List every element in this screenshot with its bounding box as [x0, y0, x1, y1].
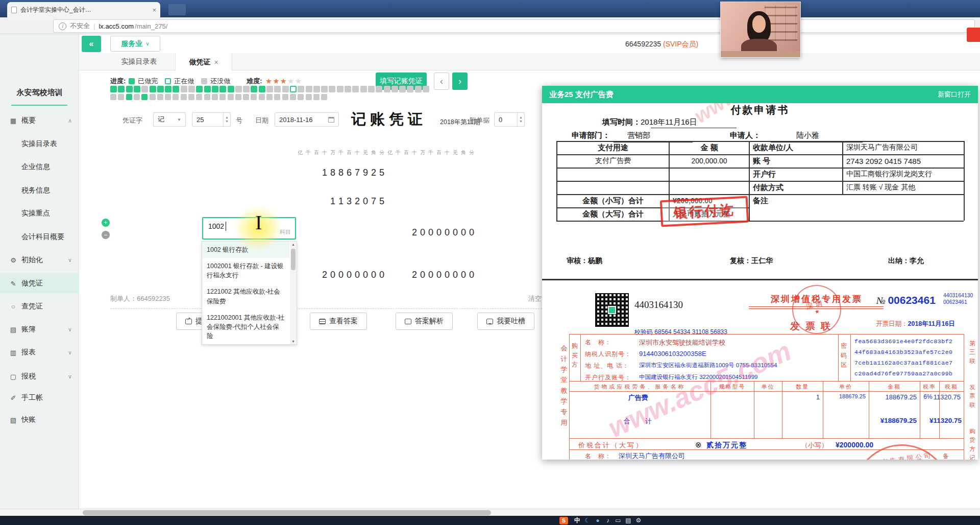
progress-square[interactable]: [173, 94, 179, 100]
voucher-date-input[interactable]: 2018-11-16: [275, 112, 339, 127]
open-new-window-link[interactable]: 新窗口打开: [938, 90, 971, 99]
sidebar-item-9[interactable]: ○查凭证: [0, 296, 79, 317]
sidebar-item-8[interactable]: ✎做凭证: [0, 273, 79, 294]
progress-square[interactable]: [337, 86, 344, 92]
progress-square[interactable]: [243, 86, 250, 92]
remove-row-button[interactable]: −: [102, 231, 110, 239]
dot-icon[interactable]: ●: [593, 516, 602, 524]
progress-square[interactable]: [165, 86, 172, 92]
progress-square[interactable]: [313, 94, 320, 100]
webcam-overlay[interactable]: [721, 2, 800, 57]
progress-square[interactable]: [321, 86, 328, 92]
progress-square[interactable]: [376, 86, 382, 92]
progress-square[interactable]: [274, 86, 281, 92]
scrollbar-thumb[interactable]: [83, 510, 491, 515]
progress-square[interactable]: [188, 86, 195, 92]
dropdown-item-4[interactable]: 1221002001 其他应收款-社会保险费-代扣个人社会保险: [202, 309, 289, 344]
browser-tab[interactable]: 会计学堂实操中心_会计… ×: [7, 2, 160, 17]
sidebar-item-4[interactable]: 税务信息: [0, 180, 79, 201]
progress-square[interactable]: [126, 86, 133, 92]
attach-count-input[interactable]: 0▲▼: [494, 112, 525, 127]
progress-square[interactable]: [204, 86, 211, 92]
tab-practice-catalog[interactable]: 实操目录表: [107, 53, 171, 70]
mic-icon[interactable]: ♪: [603, 516, 612, 524]
progress-square[interactable]: [407, 86, 413, 92]
keyboard-icon[interactable]: ▭: [614, 516, 623, 524]
progress-square[interactable]: [126, 94, 132, 100]
dropdown-scrollbar[interactable]: ▲ ▼: [290, 242, 297, 344]
progress-square[interactable]: [219, 94, 226, 100]
progress-square[interactable]: [228, 94, 234, 100]
ime-zh-icon[interactable]: 中: [573, 516, 582, 524]
progress-square[interactable]: [235, 86, 242, 92]
progress-square[interactable]: [228, 86, 234, 92]
progress-square[interactable]: [141, 86, 148, 92]
progress-square[interactable]: [313, 86, 320, 92]
scroll-thumb[interactable]: [291, 249, 296, 270]
progress-square[interactable]: [204, 94, 210, 100]
progress-square[interactable]: [235, 94, 241, 100]
progress-square[interactable]: [141, 94, 148, 100]
attach-spinner[interactable]: ▲▼: [517, 113, 524, 126]
logout-button[interactable]: [967, 28, 980, 42]
progress-square[interactable]: [150, 94, 156, 100]
progress-square[interactable]: [196, 86, 203, 92]
voucher-number-input[interactable]: 25▲▼: [192, 112, 231, 127]
next-voucher-button[interactable]: ›: [452, 73, 468, 90]
progress-square[interactable]: [196, 94, 202, 100]
address-bar[interactable]: i 不安全 | lx.acc5.com/main_275/: [53, 19, 975, 33]
sidebar-item-14[interactable]: ▧快账: [0, 410, 79, 430]
progress-square[interactable]: [157, 86, 164, 92]
progress-square[interactable]: [298, 86, 304, 92]
answer-button-4[interactable]: 我要吐槽: [477, 313, 534, 330]
progress-square[interactable]: [368, 86, 375, 92]
progress-square[interactable]: [188, 94, 194, 100]
sidebar-collapse-button[interactable]: «: [82, 36, 101, 52]
progress-square[interactable]: [384, 86, 390, 92]
add-row-button[interactable]: +: [102, 219, 110, 227]
progress-square[interactable]: [110, 86, 117, 92]
sidebar-item-5[interactable]: 实操重点: [0, 203, 79, 224]
progress-square[interactable]: [212, 86, 218, 92]
progress-square[interactable]: [298, 94, 304, 100]
sidebar-item-6[interactable]: 会计科目概要: [0, 227, 79, 247]
sidebar-item-13[interactable]: ✐手工帐: [0, 388, 79, 408]
sidebar-item-3[interactable]: 企业信息: [0, 157, 79, 177]
sogou-icon[interactable]: S: [559, 517, 568, 524]
number-spinner[interactable]: ▲▼: [223, 113, 230, 126]
moon-icon[interactable]: ☾: [583, 516, 592, 524]
progress-square[interactable]: [219, 86, 226, 92]
progress-square[interactable]: [212, 94, 218, 100]
sidebar-item-1[interactable]: ▦概要∧: [0, 110, 79, 131]
progress-square[interactable]: [345, 86, 351, 92]
progress-square[interactable]: [251, 86, 257, 92]
progress-square[interactable]: [282, 94, 288, 100]
progress-square[interactable]: [259, 86, 265, 92]
progress-square[interactable]: [266, 94, 273, 100]
answer-button-2[interactable]: 查看答案: [310, 313, 367, 330]
sidebar-item-11[interactable]: ▥报表∨: [0, 342, 79, 363]
progress-square[interactable]: [360, 86, 367, 92]
prev-voucher-button[interactable]: ‹: [434, 73, 449, 90]
progress-square[interactable]: [118, 86, 125, 92]
tools-icon[interactable]: ⚙: [634, 516, 643, 524]
progress-square[interactable]: [306, 94, 312, 100]
answer-button-3[interactable]: 答案解析: [396, 313, 453, 330]
tab-close-icon[interactable]: ×: [214, 58, 218, 66]
sidebar-item-7[interactable]: ⚙初始化∨: [0, 250, 79, 270]
progress-square[interactable]: [134, 86, 140, 92]
progress-square[interactable]: [274, 94, 280, 100]
progress-square[interactable]: [329, 86, 335, 92]
progress-square[interactable]: [110, 94, 116, 100]
progress-square[interactable]: [290, 94, 296, 100]
progress-square[interactable]: [290, 86, 297, 92]
progress-square[interactable]: [321, 94, 327, 100]
progress-square[interactable]: [259, 94, 265, 100]
clipboard-icon[interactable]: ▤: [624, 516, 633, 524]
progress-square[interactable]: [134, 94, 140, 100]
progress-square[interactable]: [173, 86, 179, 92]
progress-square[interactable]: [266, 86, 273, 92]
info-icon[interactable]: i: [59, 22, 66, 30]
dropdown-item-2[interactable]: 1002001 银行存款 - 建设银行福永支行: [202, 258, 289, 283]
progress-square[interactable]: [306, 86, 312, 92]
